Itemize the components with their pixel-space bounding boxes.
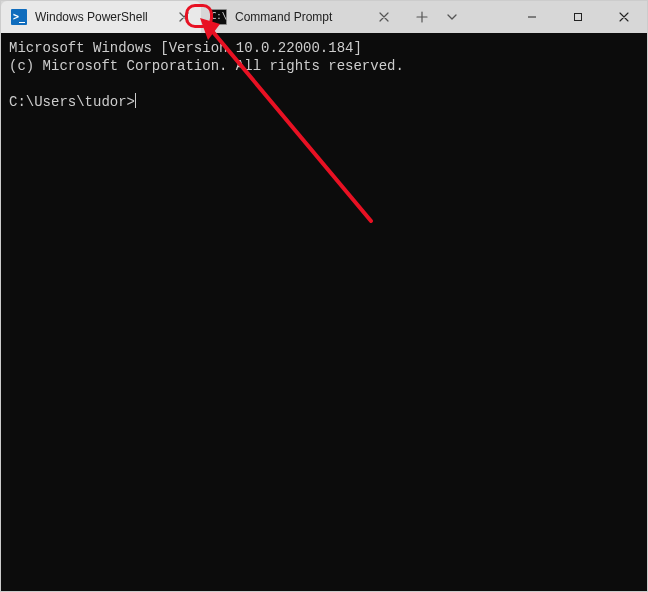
terminal-prompt: C:\Users\tudor> <box>9 94 135 110</box>
close-icon <box>379 12 389 22</box>
close-icon <box>619 12 629 22</box>
maximize-button[interactable] <box>555 1 601 33</box>
titlebar: >_ Windows PowerShell C:\ Command Prompt <box>1 1 647 33</box>
tab-close-cmd[interactable] <box>375 8 393 26</box>
tab-actions <box>401 1 473 33</box>
plus-icon <box>416 11 428 23</box>
tab-close-powershell[interactable] <box>175 8 193 26</box>
cmd-icon: C:\ <box>211 9 227 25</box>
chevron-down-icon <box>446 11 458 23</box>
powershell-icon: >_ <box>11 9 27 25</box>
minimize-icon <box>527 12 537 22</box>
tab-strip: >_ Windows PowerShell C:\ Command Prompt <box>1 1 401 33</box>
terminal-window: >_ Windows PowerShell C:\ Command Prompt <box>0 0 648 592</box>
close-icon <box>179 12 189 22</box>
terminal-output[interactable]: Microsoft Windows [Version 10.0.22000.18… <box>1 33 647 591</box>
tab-label: Command Prompt <box>235 10 367 24</box>
tab-dropdown-button[interactable] <box>437 2 467 32</box>
tab-command-prompt[interactable]: C:\ Command Prompt <box>201 1 401 33</box>
tab-label: Windows PowerShell <box>35 10 167 24</box>
window-close-button[interactable] <box>601 1 647 33</box>
window-controls <box>509 1 647 33</box>
text-cursor <box>135 93 136 108</box>
minimize-button[interactable] <box>509 1 555 33</box>
terminal-line: Microsoft Windows [Version 10.0.22000.18… <box>9 40 362 56</box>
svg-rect-0 <box>575 14 582 21</box>
tab-powershell[interactable]: >_ Windows PowerShell <box>1 1 201 33</box>
terminal-line: (c) Microsoft Corporation. All rights re… <box>9 58 404 74</box>
new-tab-button[interactable] <box>407 2 437 32</box>
maximize-icon <box>573 12 583 22</box>
